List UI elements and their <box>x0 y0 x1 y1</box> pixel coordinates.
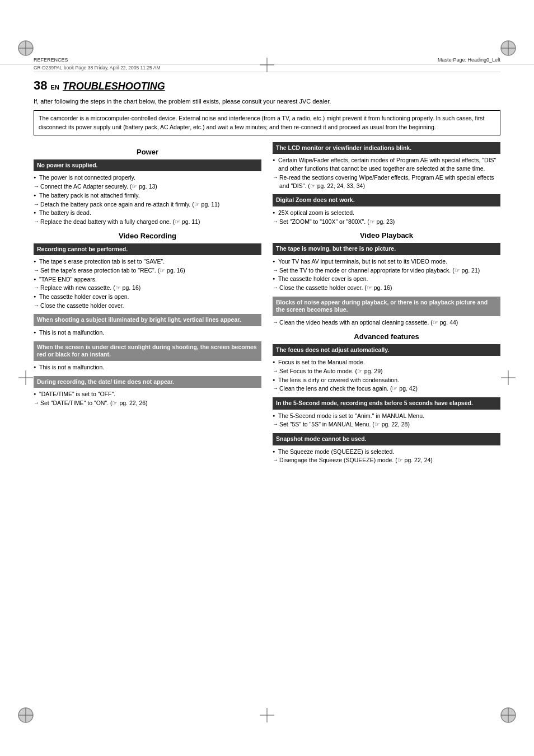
list-item: This is not a malfunction. <box>34 328 261 337</box>
list-item: Set "ZOOM" to "100X" or "800X". (☞ pg. 2… <box>273 218 500 226</box>
corner-mark-bl <box>17 706 35 725</box>
corner-mark-lc <box>17 369 35 388</box>
blocks-noise-title: Blocks of noise appear during playback, … <box>273 297 500 316</box>
sunlight-lines-list: This is not a malfunction. <box>34 328 261 337</box>
list-item: "DATE/TIME" is set to "OFF". <box>34 390 261 398</box>
list-item: Set Focus to the Auto mode. (☞ pg. 29) <box>273 367 500 375</box>
focus-auto-group: The focus does not adjust automatically.… <box>273 344 500 393</box>
five-second-group: In the 5-Second mode, recording ends bef… <box>273 397 500 429</box>
recording-cannot-title: Recording cannot be performed. <box>34 243 261 256</box>
list-item: The tape's erase protection tab is set t… <box>34 257 261 266</box>
date-time-title: During recording, the date/ time does no… <box>34 376 261 388</box>
page-en-label: EN <box>50 84 59 91</box>
date-time-list: "DATE/TIME" is set to "OFF". Set "DATE/T… <box>34 390 261 407</box>
list-item: Replace with new cassette. (☞ pg. 16) <box>34 284 261 292</box>
snapshot-group: Snapshot mode cannot be used. The Squeez… <box>273 433 500 464</box>
header-left: REFERENCES <box>34 57 68 63</box>
corner-mark-bc <box>258 706 276 725</box>
tape-no-picture-list: Your TV has AV input terminals, but is n… <box>273 257 500 292</box>
list-item: Focus is set to the Manual mode. <box>273 358 500 367</box>
screen-red-black-list: This is not a malfunction. <box>34 363 261 372</box>
corner-mark-tr <box>499 39 517 58</box>
list-item: The cassette holder cover is open. <box>34 293 261 301</box>
two-column-layout: Power No power is supplied. The power is… <box>34 142 500 469</box>
list-item: Disengage the Squeeze (SQUEEZE) mode. (☞… <box>273 456 500 464</box>
sunlight-lines-title: When shooting a subject illuminated by b… <box>34 314 261 326</box>
page-title-row: 38 EN TROUBLESHOOTING <box>34 78 500 93</box>
no-power-list: The power is not connected properly. Con… <box>34 173 261 226</box>
corner-mark-br <box>499 706 517 725</box>
recording-cannot-list: The tape's erase protection tab is set t… <box>34 257 261 309</box>
intro-paragraph: If, after following the steps in the cha… <box>34 97 500 106</box>
list-item: The power is not connected properly. <box>34 173 261 182</box>
digital-zoom-title: Digital Zoom does not work. <box>273 194 500 206</box>
list-item: This is not a malfunction. <box>34 363 261 372</box>
list-item: The battery pack is not attached firmly. <box>34 191 261 200</box>
focus-auto-title: The focus does not adjust automatically. <box>273 344 500 356</box>
list-item: Set the tape's erase protection tab to "… <box>34 266 261 275</box>
five-second-list: The 5-Second mode is set to "Anim." in M… <box>273 412 500 429</box>
focus-auto-list: Focus is set to the Manual mode. Set Foc… <box>273 358 500 393</box>
list-item: The Squeeze mode (SQUEEZE) is selected. <box>273 448 500 456</box>
list-item: Re-read the sections covering Wipe/Fader… <box>273 173 500 190</box>
video-playback-heading: Video Playback <box>273 231 500 240</box>
lcd-blink-group: The LCD monitor or viewfinder indication… <box>273 142 500 190</box>
corner-mark-tl <box>17 39 35 58</box>
list-item: Set the TV to the mode or channel approp… <box>273 266 500 275</box>
digital-zoom-list: 25X optical zoom is selected. Set "ZOOM"… <box>273 209 500 226</box>
page-title: TROUBLESHOOTING <box>63 81 165 92</box>
list-item: Set "DATE/TIME" to "ON". (☞ pg. 22, 26) <box>34 399 261 407</box>
lcd-blink-title: The LCD monitor or viewfinder indication… <box>273 142 500 154</box>
video-recording-heading: Video Recording <box>34 232 261 240</box>
list-item: The battery is dead. <box>34 209 261 217</box>
list-item: Clean the lens and check the focus again… <box>273 384 500 393</box>
screen-red-black-title: When the screen is under direct sunlight… <box>34 341 261 361</box>
sunlight-lines-group: When shooting a subject illuminated by b… <box>34 314 261 336</box>
list-item: "TAPE END" appears. <box>34 275 261 284</box>
no-power-title: No power is supplied. <box>34 159 261 172</box>
lcd-blink-list: Certain Wipe/Fader effects, certain mode… <box>273 156 500 190</box>
list-item: Detach the battery pack once again and r… <box>34 200 261 209</box>
tape-no-picture-group: The tape is moving, but there is no pict… <box>273 243 500 292</box>
date-time-group: During recording, the date/ time does no… <box>34 376 261 407</box>
blocks-noise-group: Blocks of noise appear during playback, … <box>273 297 500 327</box>
snapshot-list: The Squeeze mode (SQUEEZE) is selected. … <box>273 448 500 464</box>
page-wrapper: REFERENCES MasterPage: Heading0_Left GR-… <box>0 0 534 756</box>
corner-mark-tc <box>258 56 276 75</box>
five-second-title: In the 5-Second mode, recording ends bef… <box>273 397 500 410</box>
list-item: Connect the AC Adapter securely. (☞ pg. … <box>34 182 261 191</box>
list-item: Your TV has AV input terminals, but is n… <box>273 257 500 266</box>
snapshot-title: Snapshot mode cannot be used. <box>273 433 500 445</box>
list-item: Clean the video heads with an optional c… <box>273 318 500 327</box>
blocks-noise-list: Clean the video heads with an optional c… <box>273 318 500 327</box>
notice-box: The camcorder is a microcomputer-control… <box>34 110 500 135</box>
tape-no-picture-title: The tape is moving, but there is no pict… <box>273 243 500 255</box>
list-item: Close the cassette holder cover. <box>34 302 261 310</box>
list-item: The 5-Second mode is set to "Anim." in M… <box>273 412 500 420</box>
digital-zoom-group: Digital Zoom does not work. 25X optical … <box>273 194 500 226</box>
screen-red-black-group: When the screen is under direct sunlight… <box>34 341 261 372</box>
right-column: The LCD monitor or viewfinder indication… <box>273 142 500 469</box>
list-item: Close the cassette holder cover. (☞ pg. … <box>273 284 500 292</box>
main-content: 38 EN TROUBLESHOOTING If, after followin… <box>34 78 500 469</box>
power-section-heading: Power <box>34 148 261 156</box>
header-right: MasterPage: Heading0_Left <box>438 57 500 63</box>
advanced-features-heading: Advanced features <box>273 332 500 341</box>
list-item: Replace the dead battery with a fully ch… <box>34 218 261 226</box>
no-power-group: No power is supplied. The power is not c… <box>34 159 261 226</box>
corner-mark-rc <box>499 369 517 388</box>
list-item: Certain Wipe/Fader effects, certain mode… <box>273 156 500 172</box>
list-item: Set "5S" to "5S" in MANUAL Menu. (☞ pg. … <box>273 420 500 429</box>
left-column: Power No power is supplied. The power is… <box>34 142 261 469</box>
recording-cannot-group: Recording cannot be performed. The tape'… <box>34 243 261 310</box>
list-item: 25X optical zoom is selected. <box>273 209 500 217</box>
page-number: 38 <box>34 78 47 93</box>
list-item: The cassette holder cover is open. <box>273 275 500 283</box>
list-item: The lens is dirty or covered with conden… <box>273 376 500 384</box>
